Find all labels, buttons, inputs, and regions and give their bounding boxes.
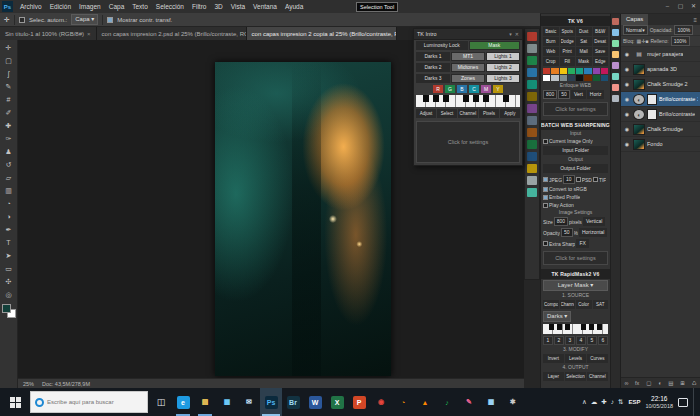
tray-network-icon[interactable]: ⇅ <box>618 398 623 406</box>
menu-item[interactable]: 3D <box>210 0 226 13</box>
layer-thumbnail[interactable] <box>633 124 645 135</box>
taskbar-search[interactable] <box>30 391 148 413</box>
collapsed-panel-swatches[interactable] <box>612 40 619 47</box>
layer-name[interactable]: Fondo <box>647 141 663 147</box>
zone-key[interactable] <box>483 95 489 102</box>
action-center-icon[interactable] <box>678 398 688 407</box>
tk-action-button[interactable]: Channel <box>458 109 478 118</box>
blur-tool[interactable]: ◔ <box>1 197 17 210</box>
tk-intro-settings-area[interactable]: Click for settings <box>416 121 520 163</box>
tk-module-forest[interactable] <box>527 140 537 149</box>
tk-quick-button[interactable]: Fill <box>560 57 576 66</box>
tk-module-olive[interactable] <box>527 92 537 101</box>
app-settings[interactable]: ✱ <box>502 388 524 416</box>
mask-button[interactable]: Mask <box>469 41 521 50</box>
app-file-explorer[interactable]: ▤ <box>194 388 216 416</box>
tk-module-rust[interactable] <box>527 128 537 137</box>
play-action-checkbox[interactable] <box>543 203 548 208</box>
collapsed-panel-adjustments[interactable] <box>612 51 619 58</box>
tk-module-blue[interactable] <box>527 68 537 77</box>
healing-brush-tool[interactable]: ✚ <box>1 119 17 132</box>
menu-item[interactable]: Capa <box>105 0 129 13</box>
visibility-eye-icon[interactable]: ◉ <box>623 51 631 57</box>
tk-quick-button[interactable]: Edge <box>593 57 609 66</box>
luminosity-zone-picker[interactable] <box>416 95 520 107</box>
M[interactable]: M <box>481 85 491 93</box>
tray-chevron-icon[interactable]: ∧ <box>582 398 587 406</box>
zone-key[interactable] <box>443 95 449 102</box>
app-mail[interactable]: ✉ <box>238 388 260 416</box>
layer-fill-value[interactable]: 100% <box>671 36 690 46</box>
color-swatch[interactable] <box>560 75 567 81</box>
menu-item[interactable]: Archivo <box>16 0 46 13</box>
layer-name[interactable]: Chalk Smudge 2 <box>647 81 688 87</box>
tray-security-icon[interactable]: ✚ <box>601 398 606 406</box>
jpeg-checkbox[interactable] <box>543 177 548 182</box>
collapsed-panel-color[interactable] <box>612 29 619 36</box>
foreground-color-swatch[interactable] <box>2 304 11 313</box>
web-opacity-value[interactable]: 50 <box>558 90 570 99</box>
menu-item[interactable]: Selección <box>152 0 188 13</box>
color-swatch[interactable] <box>593 68 600 74</box>
layers-tab[interactable]: Capas <box>621 14 648 25</box>
path-selection-tool[interactable]: ➤ <box>1 249 17 262</box>
visibility-eye-icon[interactable]: ◉ <box>623 66 631 72</box>
new-layer-icon[interactable]: ⊞ <box>680 380 685 386</box>
tk-action-button[interactable]: Pixels <box>479 109 499 118</box>
rapidmask-zone-picker[interactable] <box>543 324 608 334</box>
document-tab[interactable]: Sin título-1 al 100% (RGB/8#) × <box>0 27 97 40</box>
document-tab[interactable]: con capas impresion 2.psd al 25% (Brillo… <box>97 27 247 40</box>
zone-key[interactable] <box>589 324 594 330</box>
search-input[interactable] <box>47 399 143 405</box>
adjustment-layer-icon[interactable]: ◐ <box>658 380 661 386</box>
tk-quick-button[interactable]: Sat <box>576 37 592 46</box>
tk-module-purple[interactable] <box>527 104 537 113</box>
vertical-orientation-button[interactable]: Vertical <box>583 217 605 226</box>
tk-module-navy[interactable] <box>527 152 537 161</box>
app-firefox[interactable]: ◔ <box>392 388 414 416</box>
tif-checkbox[interactable] <box>593 177 598 182</box>
vertical-button[interactable]: Vert <box>571 90 586 99</box>
marquee-tool[interactable]: ▢ <box>1 54 17 67</box>
color-swatch[interactable] <box>593 75 600 81</box>
auto-select-dropdown[interactable]: Capa ▾ <box>71 14 98 25</box>
color-swatch[interactable] <box>576 68 583 74</box>
crop-tool[interactable]: # <box>1 93 17 106</box>
color-swatch[interactable] <box>576 75 583 81</box>
zone-number-button[interactable]: 4 <box>576 336 586 345</box>
layer-thumbnail[interactable] <box>633 139 645 150</box>
close-icon[interactable]: ✕ <box>515 31 519 37</box>
opacity-value[interactable]: 50 <box>561 228 573 237</box>
output-folder-button[interactable]: Output Folder <box>543 164 608 173</box>
app-photoshop[interactable]: Ps <box>260 388 282 416</box>
visibility-eye-icon[interactable]: ◉ <box>623 81 631 87</box>
Y[interactable]: Y <box>493 85 503 93</box>
current-image-only-checkbox[interactable] <box>543 139 548 144</box>
midtones-1-button[interactable]: MT1 <box>451 52 485 61</box>
tk-module-teal[interactable] <box>527 80 537 89</box>
tk-quick-button[interactable]: Basic <box>543 27 559 36</box>
menu-item[interactable]: Ventana <box>249 0 281 13</box>
gradient-tool[interactable]: ▥ <box>1 184 17 197</box>
language-indicator[interactable]: ESP <box>628 399 640 405</box>
dodge-tool[interactable]: ◑ <box>1 210 17 223</box>
color-swatch[interactable] <box>601 68 608 74</box>
brush-tool[interactable]: ✑ <box>1 132 17 145</box>
tk-quick-button[interactable]: B&W <box>593 27 609 36</box>
app-paint[interactable]: ✎ <box>458 388 480 416</box>
mask-type-dropdown[interactable]: Layer Mask ▾ <box>543 280 608 291</box>
collapsed-panel-navigator[interactable] <box>612 95 619 102</box>
tk-module-gray[interactable] <box>527 44 537 53</box>
app-edge[interactable]: e <box>172 388 194 416</box>
lasso-tool[interactable]: ʃ <box>1 67 17 80</box>
tk-quick-button[interactable]: Dodge <box>560 37 576 46</box>
embed-profile-checkbox[interactable] <box>543 195 548 200</box>
collapsed-panel-history[interactable] <box>612 18 619 25</box>
zone-number-button[interactable]: 1 <box>543 336 553 345</box>
horizontal-button[interactable]: Horiz <box>587 90 605 99</box>
zone-key[interactable] <box>423 95 429 102</box>
tk-module-red[interactable] <box>527 32 537 41</box>
layer-thumbnail[interactable]: ▤ <box>633 49 645 60</box>
quick-selection-tool[interactable]: ✎ <box>1 80 17 93</box>
collapsed-panel-info[interactable] <box>612 73 619 80</box>
